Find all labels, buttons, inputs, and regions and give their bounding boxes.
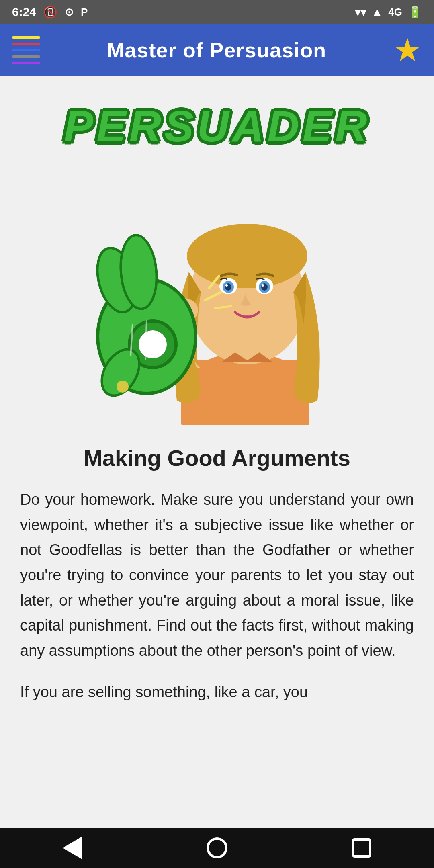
article-body: Do your homework. Make sure you understa…	[16, 487, 418, 721]
main-content: PERSUADER	[0, 76, 434, 828]
menu-line-2	[12, 43, 40, 45]
favorite-button[interactable]: ★	[393, 34, 422, 66]
wifi-icon: ▾▾	[355, 6, 366, 19]
signal-icon: ▲	[372, 6, 383, 18]
status-bar: 6:24 📵 ⊙ P ▾▾ ▲ 4G 🔋	[0, 0, 434, 24]
recents-icon	[352, 838, 371, 858]
svg-point-4	[187, 224, 307, 288]
pocket-icon: P	[81, 6, 88, 18]
back-icon	[63, 837, 82, 859]
menu-line-5	[12, 62, 40, 64]
app-bar: Master of Persuasion ★	[0, 24, 434, 76]
status-left: 6:24 📵 ⊙ P	[12, 5, 88, 19]
menu-line-4	[12, 55, 40, 58]
article-paragraph-1: Do your homework. Make sure you understa…	[20, 487, 414, 663]
status-time: 6:24	[12, 5, 36, 19]
slide-indicator-dot[interactable]	[117, 381, 129, 393]
recents-button[interactable]	[346, 836, 378, 860]
menu-button[interactable]	[12, 36, 40, 64]
home-icon	[207, 837, 227, 858]
svg-point-11	[225, 284, 228, 287]
nav-bar	[0, 828, 434, 868]
menu-line-3	[12, 49, 40, 51]
svg-point-12	[262, 284, 264, 287]
app-title: Master of Persuasion	[107, 38, 326, 62]
home-button[interactable]	[201, 836, 233, 860]
article-heading: Making Good Arguments	[84, 445, 350, 471]
call-icon: 📵	[43, 6, 57, 19]
battery-icon: 🔋	[408, 6, 422, 19]
4g-label: 4G	[388, 6, 402, 18]
status-right: ▾▾ ▲ 4G 🔋	[355, 6, 422, 19]
character-illustration	[76, 143, 358, 425]
illustration-area: PERSUADER	[16, 92, 418, 425]
article-paragraph-2: If you are selling something, like a car…	[20, 680, 414, 705]
svg-point-21	[139, 330, 167, 358]
back-button[interactable]	[56, 836, 88, 860]
chrome-icon: ⊙	[65, 6, 74, 18]
menu-line-1	[12, 36, 40, 39]
